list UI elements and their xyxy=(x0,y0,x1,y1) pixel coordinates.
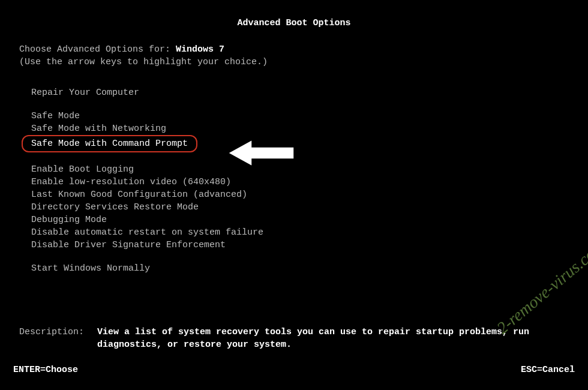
intro-label: Choose Advanced Options for: xyxy=(19,44,176,55)
menu-item-boot-logging[interactable]: Enable Boot Logging xyxy=(31,163,588,176)
description-label: Description: xyxy=(19,326,97,351)
menu-item-repair[interactable]: Repair Your Computer xyxy=(31,86,588,99)
menu-item-disable-restart[interactable]: Disable automatic restart on system fail… xyxy=(31,226,588,239)
description-block: Description: View a list of system recov… xyxy=(19,326,569,351)
boot-options-screen: Advanced Boot Options Choose Advanced Op… xyxy=(0,0,588,390)
menu-item-ds-restore[interactable]: Directory Services Restore Mode xyxy=(31,201,588,214)
menu-item-low-res[interactable]: Enable low-resolution video (640x480) xyxy=(31,176,588,188)
menu-item-safe-mode-cmd-wrapper[interactable]: Safe Mode with Command Prompt xyxy=(31,135,588,152)
menu-item-safe-mode-networking[interactable]: Safe Mode with Networking xyxy=(31,122,588,135)
menu-group-safe-mode: Safe Mode Safe Mode with Networking Safe… xyxy=(31,110,588,152)
boot-menu[interactable]: Repair Your Computer Safe Mode Safe Mode… xyxy=(0,68,588,275)
footer-bar: ENTER=Choose ESC=Cancel xyxy=(13,365,575,375)
menu-item-safe-mode-cmd[interactable]: Safe Mode with Command Prompt xyxy=(22,135,197,152)
menu-group-repair: Repair Your Computer xyxy=(31,86,588,99)
intro-block: Choose Advanced Options for: Windows 7 (… xyxy=(0,43,588,68)
os-name: Windows 7 xyxy=(176,44,224,55)
menu-item-safe-mode[interactable]: Safe Mode xyxy=(31,110,588,122)
menu-item-debugging[interactable]: Debugging Mode xyxy=(31,214,588,226)
footer-esc: ESC=Cancel xyxy=(521,365,575,375)
menu-group-advanced: Enable Boot Logging Enable low-resolutio… xyxy=(31,163,588,251)
description-text: View a list of system recovery tools you… xyxy=(97,326,569,351)
page-title: Advanced Boot Options xyxy=(0,0,588,43)
menu-group-normal: Start Windows Normally xyxy=(31,262,588,275)
menu-item-disable-driver-sig[interactable]: Disable Driver Signature Enforcement xyxy=(31,239,588,251)
menu-item-start-normally[interactable]: Start Windows Normally xyxy=(31,262,588,275)
footer-enter: ENTER=Choose xyxy=(13,365,78,375)
menu-item-last-known-good[interactable]: Last Known Good Configuration (advanced) xyxy=(31,188,588,201)
intro-hint: (Use the arrow keys to highlight your ch… xyxy=(19,57,268,67)
